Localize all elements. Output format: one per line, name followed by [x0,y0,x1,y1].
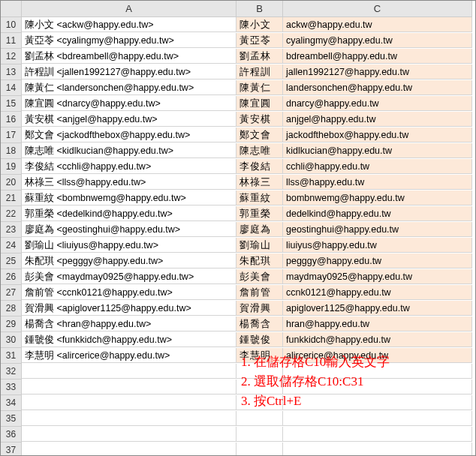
cell-A[interactable]: 陳志唯 <kidlkucian@happy.edu.tw> [22,143,236,158]
cell-B[interactable]: 蘇重紋 [236,190,283,206]
cell-B[interactable]: 陳志唯 [236,143,283,158]
cell-C[interactable] [283,442,472,456]
cell-B[interactable]: 楊喬含 [236,316,283,332]
cell-B[interactable]: 廖庭為 [236,222,283,237]
cell-B[interactable]: 賀滑興 [236,301,283,316]
cell-A[interactable]: 李俊結 <cchli@happy.edu.tw> [22,159,236,174]
cell-C[interactable]: apiglover1125@happy.edu.tw [283,301,472,316]
cell-C[interactable] [283,395,472,410]
row-header[interactable]: 28 [1,301,22,316]
row-header[interactable]: 17 [1,128,22,143]
cell-A[interactable]: 林祿三 <llss@happy.edu.tw> [22,175,236,190]
cell-A[interactable]: 詹前管 <ccnk0121@happy.edu.tw> [22,285,236,300]
cell-B[interactable]: 鄭文會 [236,128,283,142]
cell-B[interactable]: 許程訓 [236,64,283,80]
row-header[interactable]: 10 [1,17,22,33]
row-header[interactable]: 12 [1,49,22,64]
row-header[interactable]: 34 [1,395,22,411]
col-header-A[interactable]: A [22,1,236,17]
cell-C[interactable]: kidlkucian@happy.edu.tw [283,143,472,158]
cell-B[interactable]: 彭美會 [236,269,283,284]
cell-C[interactable]: liuiyus@happy.edu.tw [283,238,472,253]
row-header[interactable]: 27 [1,285,22,301]
cell-B[interactable]: 郭重榮 [236,206,283,221]
cell-A[interactable]: 陳宜圓 <dnarcy@happy.edu.tw> [22,96,236,111]
cell-C[interactable]: jallen1992127@happy.edu.tw [283,64,472,80]
cell-C[interactable]: anjgel@happy.edu.tw [283,112,472,127]
cell-C[interactable]: funkkidch@happy.edu.tw [283,332,472,347]
cell-A[interactable]: 鄭文會 <jackodfthebox@happy.edu.tw> [22,128,236,142]
cell-B[interactable]: 鍾虢俊 [236,332,283,347]
cell-B[interactable]: 陳小文 [236,17,283,32]
cell-A[interactable] [22,427,236,442]
row-header[interactable]: 18 [1,143,22,159]
cell-C[interactable]: maydmay0925@happy.edu.tw [283,269,472,284]
cell-C[interactable] [283,364,472,379]
row-header[interactable]: 36 [1,427,22,442]
cell-B[interactable]: 黃安棋 [236,112,283,127]
row-header[interactable]: 14 [1,80,22,96]
cell-A[interactable]: 許程訓 <jallen1992127@happy.edu.tw> [22,64,236,80]
cell-C[interactable]: landersonchen@happy.edu.tw [283,80,472,95]
cell-B[interactable] [236,395,283,410]
cell-A[interactable]: 劉瑜山 <liuiyus@happy.edu.tw> [22,238,236,253]
cell-A[interactable]: 朱配琪 <pegggy@happy.edu.tw> [22,254,236,268]
row-header[interactable]: 16 [1,112,22,128]
cell-A[interactable]: 郭重榮 <dedelkind@happy.edu.tw> [22,206,236,221]
cell-C[interactable]: ackw@happy.edu.tw [283,17,472,32]
cell-A[interactable]: 黃安棋 <anjgel@happy.edu.tw> [22,112,236,127]
cell-A[interactable] [22,364,236,379]
cell-A[interactable] [22,395,236,410]
cell-B[interactable]: 李慧明 [236,348,283,363]
cell-A[interactable]: 賀滑興 <apiglover1125@happy.edu.tw> [22,301,236,316]
row-header[interactable]: 32 [1,364,22,380]
row-header[interactable]: 15 [1,96,22,112]
col-header-B[interactable]: B [236,1,283,17]
row-header[interactable]: 30 [1,332,22,348]
row-header[interactable]: 31 [1,348,22,364]
cell-A[interactable]: 陳小文 <ackw@happy.edu.tw> [22,17,236,32]
spreadsheet-grid[interactable]: A B C [1,1,475,17]
row-header[interactable]: 11 [1,33,22,49]
row-header[interactable]: 25 [1,254,22,269]
cell-C[interactable]: jackodfthebox@happy.edu.tw [283,128,472,142]
cell-C[interactable]: dedelkind@happy.edu.tw [283,206,472,221]
row-header[interactable]: 21 [1,190,22,206]
row-header[interactable]: 24 [1,238,22,254]
cell-C[interactable]: cyalingmy@happy.edu.tw [283,33,472,48]
cell-C[interactable]: cchli@happy.edu.tw [283,159,472,174]
row-header[interactable]: 33 [1,380,22,395]
cell-B[interactable]: 劉瑜山 [236,238,283,253]
cell-A[interactable]: 李慧明 <alircerice@happy.edu.tw> [22,348,236,363]
cell-B[interactable]: 李俊結 [236,159,283,174]
row-header[interactable]: 26 [1,269,22,285]
cell-A[interactable]: 黃亞苓 <cyalingmy@happy.edu.tw> [22,33,236,48]
cell-B[interactable]: 陳黃仁 [236,80,283,95]
cell-A[interactable]: 鍾虢俊 <funkkidch@happy.edu.tw> [22,332,236,347]
row-header[interactable]: 37 [1,442,22,456]
cell-B[interactable] [236,427,283,442]
cell-B[interactable]: 陳宜圓 [236,96,283,111]
cell-C[interactable]: dnarcy@happy.edu.tw [283,96,472,111]
cell-C[interactable]: bombnwemg@happy.edu.tw [283,190,472,206]
cell-C[interactable]: ccnk0121@happy.edu.tw [283,285,472,300]
cell-C[interactable]: hran@happy.edu.tw [283,316,472,332]
cell-C[interactable]: bdreambell@happy.edu.tw [283,49,472,64]
row-header[interactable]: 13 [1,64,22,80]
cell-B[interactable]: 劉孟林 [236,49,283,64]
cell-B[interactable]: 黃亞苓 [236,33,283,48]
row-header[interactable]: 19 [1,159,22,175]
cell-C[interactable]: alircerice@happy.edu.tw [283,348,472,363]
cell-C[interactable] [283,380,472,394]
cell-C[interactable]: llss@happy.edu.tw [283,175,472,190]
cell-C[interactable]: pegggy@happy.edu.tw [283,254,472,268]
row-header[interactable]: 22 [1,206,22,222]
cell-B[interactable] [236,380,283,394]
cell-A[interactable]: 廖庭為 <geostinghui@happy.edu.tw> [22,222,236,237]
cell-A[interactable]: 楊喬含 <hran@happy.edu.tw> [22,316,236,332]
cell-C[interactable]: geostinghui@happy.edu.tw [283,222,472,237]
cell-B[interactable] [236,364,283,379]
row-header[interactable]: 29 [1,316,22,332]
cell-A[interactable]: 劉孟林 <bdreambell@happy.edu.tw> [22,49,236,64]
row-header[interactable]: 20 [1,175,22,190]
